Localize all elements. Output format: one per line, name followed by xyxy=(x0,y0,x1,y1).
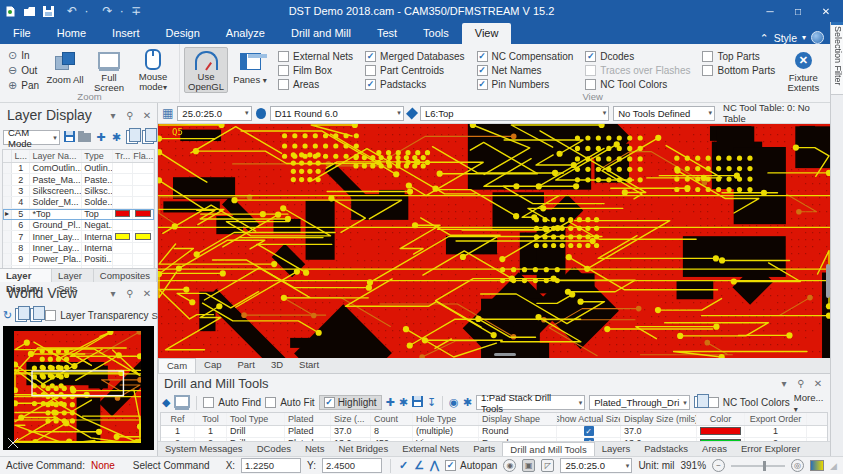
panel-pin-icon[interactable]: ⚲ xyxy=(795,378,807,389)
angle-45-icon[interactable]: ∠ xyxy=(414,459,424,472)
use-opengl-button[interactable]: Use OpenGL xyxy=(184,47,228,93)
redo-icon[interactable]: ↷ · ∓ xyxy=(102,4,143,18)
checkbox-areas[interactable]: Areas xyxy=(278,79,353,90)
grid-icon[interactable]: ▦ xyxy=(162,106,173,120)
checkbox-nc-tool-colors[interactable]: NC Tool Colors xyxy=(585,79,690,90)
col-export-order[interactable]: Export Order xyxy=(745,413,807,425)
open-folder-icon[interactable] xyxy=(23,5,36,18)
tab-3d[interactable]: 3D xyxy=(263,358,291,373)
tab-start[interactable]: Start xyxy=(291,358,327,373)
tab-drill-and-mill[interactable]: Drill and Mill xyxy=(278,23,364,44)
col-layer-type[interactable]: Type xyxy=(82,150,112,162)
layer-name[interactable]: Power_Pla... xyxy=(30,254,82,264)
snap-target-icon[interactable]: ◉ xyxy=(503,459,516,472)
zoom-out-button[interactable]: ⊖Out xyxy=(8,64,39,77)
nc-tools-select[interactable]: No Tools Defined▾ xyxy=(613,106,715,121)
col-display-shape[interactable]: Display Shape xyxy=(479,413,557,425)
ortho-check-icon[interactable]: ✓ xyxy=(399,459,408,472)
tab-error-explorer[interactable]: Error Explorer xyxy=(734,442,807,457)
fixture-extents-button[interactable]: ✕ Fixture Extents xyxy=(781,47,825,93)
tab-analyze[interactable]: Analyze xyxy=(213,23,278,44)
refresh-icon[interactable]: ↻ xyxy=(3,309,12,322)
globe-icon[interactable] xyxy=(811,31,824,44)
checkbox-autopan[interactable]: Autopan xyxy=(445,460,497,471)
checkbox-merged-databases[interactable]: Merged Databases xyxy=(365,51,465,62)
panes-button[interactable]: Panes ▾ xyxy=(228,47,272,93)
pcb-canvas[interactable] xyxy=(158,124,830,358)
tab-view[interactable]: View xyxy=(462,23,512,44)
save-icon[interactable] xyxy=(42,5,55,18)
freeze-layer-icon[interactable]: ✱ xyxy=(110,131,123,144)
edit-layer-icon[interactable] xyxy=(694,396,704,410)
select-tool-icon[interactable]: ◆ xyxy=(162,396,170,409)
save-tools-icon[interactable] xyxy=(412,396,423,409)
tool-color-swatch[interactable] xyxy=(700,427,741,435)
close-button[interactable]: ✕ xyxy=(813,2,839,20)
grid-size-select[interactable]: 25.0:25.0▾ xyxy=(177,106,251,121)
layer-row[interactable]: 8Inner_Lay...Internal xyxy=(3,243,154,254)
zoom-in-button[interactable]: ⊙In xyxy=(8,49,39,62)
col-ref[interactable]: Ref xyxy=(161,413,195,425)
checkbox-pin-numbers[interactable]: Pin Numbers xyxy=(477,79,574,90)
tab-dcodes[interactable]: DCodes xyxy=(250,442,298,457)
layer-name[interactable]: Inner_Lay... xyxy=(30,243,82,253)
col-tool-type[interactable]: Tool Type xyxy=(227,413,285,425)
col-show-actual-size[interactable]: Show Actual Size xyxy=(557,413,621,425)
tab-home[interactable]: Home xyxy=(44,23,99,44)
tab-part[interactable]: Part xyxy=(230,358,263,373)
pad-mode-icon[interactable]: ▣ xyxy=(522,459,535,472)
checkbox-film-box[interactable]: Film Box xyxy=(278,65,353,76)
minimize-button[interactable]: ─ xyxy=(757,2,783,20)
layer-name[interactable]: Ground_Pl... xyxy=(30,220,82,230)
panel-menu-icon[interactable]: ▾ xyxy=(778,378,790,389)
x-coordinate-field[interactable]: 1.2250 xyxy=(241,458,301,473)
layer-row[interactable]: 3Silkscreen...Silksc... xyxy=(3,186,154,197)
col-color[interactable]: Color xyxy=(697,413,745,425)
tab-cam[interactable]: Cam xyxy=(158,358,196,373)
checkbox-part-centroids[interactable]: Part Centroids xyxy=(365,65,465,76)
tab-external-nets[interactable]: External Nets xyxy=(395,442,466,457)
checkbox-net-names[interactable]: Net Names xyxy=(477,65,574,76)
tab-padstacks[interactable]: Padstacks xyxy=(637,442,695,457)
horizontal-scrollbar[interactable] xyxy=(494,353,516,356)
tool-table-select[interactable]: 1:Pad Stack Drill Tools▾ xyxy=(476,395,585,410)
checkbox-bottom-parts[interactable]: Bottom Parts xyxy=(702,65,775,76)
color-mode-icon[interactable] xyxy=(810,460,824,471)
full-screen-button[interactable]: Full Screen xyxy=(87,47,131,93)
checkbox-drill-nc-tool-colors[interactable]: NC Tool Colors xyxy=(708,397,790,408)
layer-row[interactable]: 1ComOutlin...Outlin... xyxy=(3,163,154,174)
color-swatch[interactable] xyxy=(135,210,151,217)
load-layers-icon[interactable] xyxy=(78,132,91,144)
col-flash-color[interactable]: Fla... xyxy=(133,150,154,162)
checkbox-auto-find[interactable]: Auto Find xyxy=(203,397,261,408)
tab-net-bridges[interactable]: Net Bridges xyxy=(332,442,396,457)
zoom-slider-thumb[interactable] xyxy=(763,461,766,471)
panel-menu-icon[interactable]: ▾ xyxy=(107,110,119,121)
paste-layers-icon[interactable] xyxy=(141,130,154,146)
checkbox-highlight[interactable]: Highlight xyxy=(319,395,382,410)
panel-close-icon[interactable]: ✕ xyxy=(141,110,153,121)
layer-row[interactable]: 6Ground_Pl...Negat... xyxy=(3,220,154,231)
drill-layer-select[interactable]: Plated_Through_Dri▾ xyxy=(589,395,690,410)
target-icon[interactable]: ◉ xyxy=(449,396,459,409)
tab-test[interactable]: Test xyxy=(364,23,410,44)
layer-name[interactable]: Solder_M... xyxy=(30,197,82,207)
design-viewport[interactable] xyxy=(158,124,830,358)
maximize-button[interactable]: □ xyxy=(785,2,811,20)
checkbox-external-nets[interactable]: External Nets xyxy=(278,51,353,62)
tab-parts[interactable]: Parts xyxy=(466,442,502,457)
copy-layers-icon[interactable] xyxy=(126,130,139,146)
show-actual-size-checkbox[interactable]: ✓ xyxy=(584,426,594,436)
col-layer-number[interactable]: L... xyxy=(12,150,31,162)
panel-menu-icon[interactable]: ▾ xyxy=(107,288,119,299)
tab-layers[interactable]: Layers xyxy=(595,442,638,457)
tab-insert[interactable]: Insert xyxy=(99,23,153,44)
layer-name[interactable]: Silkscreen... xyxy=(30,186,82,196)
import-tools-icon[interactable]: ↧ xyxy=(427,396,436,409)
tab-drill-and-mill-tools[interactable]: Drill and Mill Tools xyxy=(502,442,594,457)
checkbox-dcodes[interactable]: Dcodes xyxy=(585,51,690,62)
layer-name[interactable]: Paste_Ma... xyxy=(30,174,82,184)
col-plated[interactable]: Plated xyxy=(285,413,331,425)
selection-filter-tab[interactable]: Selection Filter xyxy=(831,22,843,95)
drill-tool-row[interactable]: 11DrillPlated37.08(multiple)Round✓37.01 xyxy=(161,426,827,438)
